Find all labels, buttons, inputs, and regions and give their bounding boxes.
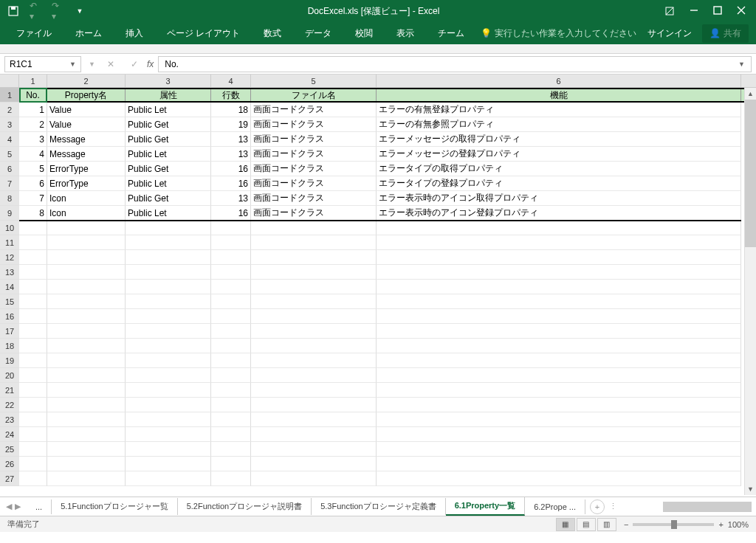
empty-row[interactable] — [19, 442, 756, 457]
horizontal-scrollbar[interactable] — [663, 502, 752, 512]
col-header[interactable]: 1 — [19, 75, 47, 87]
row-header[interactable]: 9 — [0, 206, 19, 221]
tell-me-search[interactable]: 💡 実行したい作業を入力してください — [481, 27, 636, 40]
sheet-tab[interactable]: 6.2Prope ... — [525, 499, 585, 514]
empty-row[interactable] — [19, 457, 756, 471]
tab-formulas[interactable]: 数式 — [252, 23, 293, 44]
empty-row[interactable] — [19, 353, 756, 368]
row-header[interactable]: 16 — [0, 309, 19, 324]
hscroll-thumb[interactable] — [663, 502, 752, 512]
fx-icon[interactable]: fx — [147, 59, 154, 69]
row-header[interactable]: 18 — [0, 339, 19, 353]
col-header[interactable]: 4 — [211, 75, 251, 87]
empty-row[interactable] — [19, 383, 756, 398]
col-header[interactable]: 5 — [251, 75, 377, 87]
empty-row[interactable] — [19, 265, 756, 280]
scroll-thumb[interactable] — [745, 100, 756, 247]
sheet-tab[interactable]: 5.3Functionプロシージャ定義書 — [312, 498, 445, 515]
table-row[interactable]: 4MessagePublic Let13画面コードクラスエラーメッセージの登録プ… — [19, 147, 756, 162]
col-header[interactable]: 6 — [377, 75, 741, 87]
row-header[interactable]: 19 — [0, 353, 19, 368]
signin-link[interactable]: サインイン — [647, 27, 692, 40]
table-row[interactable]: 6ErrorTypePublic Let16画面コードクラスエラータイプの登録プ… — [19, 176, 756, 191]
row-header[interactable]: 21 — [0, 383, 19, 398]
col-header[interactable]: 2 — [47, 75, 126, 87]
tab-pagelayout[interactable]: ページ レイアウト — [155, 23, 252, 44]
row-header[interactable]: 23 — [0, 412, 19, 427]
row-header[interactable]: 25 — [0, 442, 19, 457]
share-button[interactable]: 👤 共有 — [702, 24, 749, 43]
row-header[interactable]: 15 — [0, 294, 19, 309]
row-header[interactable]: 13 — [0, 265, 19, 280]
qat-dropdown-icon[interactable]: ▼ — [74, 5, 86, 17]
select-all-corner[interactable] — [0, 75, 19, 88]
row-header[interactable]: 27 — [0, 471, 19, 486]
namebox-expand-icon[interactable]: ▼ — [89, 60, 95, 68]
column-headers[interactable]: 1 2 3 4 5 6 — [19, 75, 756, 88]
view-pagelayout-icon[interactable]: ▤ — [577, 518, 596, 531]
table-header-row[interactable]: No. Property名 属性 行数 ファイル名 機能 — [19, 88, 756, 103]
row-header[interactable]: 20 — [0, 368, 19, 383]
empty-row[interactable] — [19, 368, 756, 383]
row-header[interactable]: 4 — [0, 132, 19, 147]
tab-insert[interactable]: 挿入 — [114, 23, 155, 44]
sheet-tab[interactable]: 5.2Functionプロシージャ説明書 — [178, 498, 312, 515]
empty-row[interactable] — [19, 339, 756, 353]
row-header[interactable]: 26 — [0, 457, 19, 471]
empty-row[interactable] — [19, 250, 756, 265]
view-normal-icon[interactable]: ▦ — [556, 518, 575, 531]
empty-row[interactable] — [19, 471, 756, 486]
table-row[interactable]: 3MessagePublic Get13画面コードクラスエラーメッセージの取得プ… — [19, 132, 756, 147]
zoom-out-icon[interactable]: − — [624, 520, 628, 529]
row-header[interactable]: 1 — [0, 88, 19, 103]
table-row[interactable]: 5ErrorTypePublic Get16画面コードクラスエラータイプの取得プ… — [19, 162, 756, 176]
sheet-tab-active[interactable]: 6.1Property一覧 — [446, 497, 526, 516]
sheet-tab-ellipsis[interactable]: ... — [27, 499, 52, 514]
zoom-knob[interactable] — [671, 520, 677, 529]
table-row[interactable]: 7IconPublic Get13画面コードクラスエラー表示時のアイコン取得プロ… — [19, 191, 756, 206]
tab-data[interactable]: データ — [293, 23, 343, 44]
empty-row[interactable] — [19, 221, 756, 235]
table-row[interactable]: 1ValuePublic Let18画面コードクラスエラーの有無登録プロパティ — [19, 103, 756, 117]
tab-nav-next-icon[interactable]: ▶ — [15, 502, 21, 511]
view-pagebreak-icon[interactable]: ▥ — [597, 518, 616, 531]
row-header[interactable]: 14 — [0, 280, 19, 294]
row-header[interactable]: 12 — [0, 250, 19, 265]
redo-icon[interactable]: ↷ ▾ — [52, 5, 63, 17]
tab-review[interactable]: 校閲 — [343, 23, 385, 44]
empty-row[interactable] — [19, 412, 756, 427]
row-header[interactable]: 24 — [0, 427, 19, 442]
row-header[interactable]: 22 — [0, 398, 19, 412]
formula-input[interactable]: No. ▼ — [158, 56, 752, 72]
table-row[interactable]: 2ValuePublic Get19画面コードクラスエラーの有無参照プロパティ — [19, 117, 756, 132]
cancel-icon[interactable]: ✕ — [103, 59, 119, 69]
empty-row[interactable] — [19, 294, 756, 309]
sheet-tab[interactable]: 5.1Functionプロシージャー覧 — [52, 498, 177, 515]
close-icon[interactable] — [737, 6, 746, 16]
row-header[interactable]: 3 — [0, 117, 19, 132]
scroll-up-icon[interactable]: ▲ — [745, 88, 756, 100]
undo-icon[interactable]: ↶ ▾ — [30, 5, 41, 17]
tab-view[interactable]: 表示 — [385, 23, 426, 44]
zoom-level[interactable]: 100% — [728, 520, 749, 529]
row-header[interactable]: 5 — [0, 147, 19, 162]
empty-row[interactable] — [19, 280, 756, 294]
tab-home[interactable]: ホーム — [63, 23, 114, 44]
tab-file[interactable]: ファイル — [4, 23, 63, 44]
name-box[interactable]: R1C1 ▼ — [4, 56, 81, 72]
col-header[interactable]: 3 — [126, 75, 211, 87]
spreadsheet-grid[interactable]: 1234567891011121314151617181920212223242… — [0, 75, 756, 497]
row-header[interactable]: 6 — [0, 162, 19, 176]
maximize-icon[interactable] — [713, 6, 722, 16]
formula-expand-icon[interactable]: ▼ — [738, 60, 745, 68]
row-header[interactable]: 2 — [0, 103, 19, 117]
empty-row[interactable] — [19, 427, 756, 442]
row-header[interactable]: 7 — [0, 176, 19, 191]
chevron-down-icon[interactable]: ▼ — [69, 60, 76, 68]
tab-nav-prev-icon[interactable]: ◀ — [6, 502, 12, 511]
minimize-icon[interactable] — [690, 6, 698, 16]
vertical-scrollbar[interactable]: ▲ ▼ — [744, 88, 756, 495]
empty-row[interactable] — [19, 324, 756, 339]
zoom-slider[interactable] — [633, 523, 714, 526]
table-row[interactable]: 8IconPublic Let16画面コードクラスエラー表示時のアイコン登録プロ… — [19, 206, 756, 221]
